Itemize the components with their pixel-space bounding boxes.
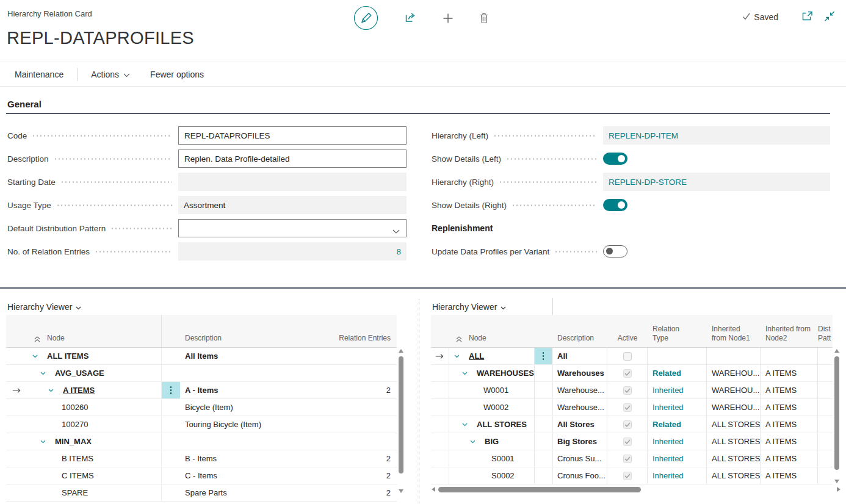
relation-type-cell: Inherited: [648, 467, 707, 484]
left-tree-row[interactable]: 100260Bicycle (Item): [6, 399, 397, 416]
show-details-left-toggle[interactable]: [603, 153, 627, 165]
chevron-down-icon[interactable]: [470, 440, 485, 444]
node-cell[interactable]: 100270: [27, 416, 162, 433]
node-cell[interactable]: C ITEMS: [27, 467, 162, 484]
node-cell[interactable]: S0002: [449, 467, 535, 484]
node-cell[interactable]: MIN_MAX: [27, 433, 162, 450]
chevron-down-icon[interactable]: [40, 372, 55, 375]
scroll-down-arrow[interactable]: [834, 480, 839, 483]
delete-button[interactable]: [479, 12, 489, 26]
menu-actions[interactable]: Actions: [91, 70, 130, 79]
left-tree-row[interactable]: B ITEMSB - Items2: [6, 450, 397, 467]
node-cell[interactable]: WAREHOUSES: [449, 365, 535, 381]
row-menu-button[interactable]: [162, 382, 180, 398]
node-cell[interactable]: ALL ITEMS: [27, 348, 162, 364]
chevron-down-icon[interactable]: [462, 423, 477, 427]
row-menu-button[interactable]: [535, 348, 552, 364]
node-column-header[interactable]: Node: [449, 315, 535, 347]
node-cell[interactable]: W0002: [449, 399, 535, 416]
left-tree-row[interactable]: ALL ITEMSAll Items: [6, 348, 397, 365]
description-column-header[interactable]: Description: [552, 315, 607, 347]
left-hierarchy-viewer-caption[interactable]: Hierarchy Viewer: [7, 302, 81, 312]
node-cell[interactable]: SPARE: [27, 484, 162, 501]
relation-entries-column-header[interactable]: Relation Entries: [333, 315, 397, 347]
fewer-options-button[interactable]: Fewer options: [150, 70, 204, 79]
node-column-header[interactable]: Node: [27, 315, 162, 347]
code-input[interactable]: [178, 126, 407, 145]
default-distribution-pattern-select[interactable]: [178, 219, 407, 237]
left-tree-row[interactable]: AVG_USAGE: [6, 365, 397, 382]
node-cell[interactable]: A ITEMS: [27, 382, 162, 398]
edit-button[interactable]: [353, 5, 378, 32]
active-checkbox[interactable]: [623, 369, 632, 378]
menu-item-maintenance[interactable]: Maintenance: [15, 70, 63, 79]
node-cell[interactable]: ALL STORES: [449, 416, 535, 433]
relation-type-column-header[interactable]: Relation Type: [648, 315, 707, 347]
scroll-up-arrow[interactable]: [399, 349, 403, 353]
left-tree-row[interactable]: MIN_MAX: [6, 433, 397, 450]
node-cell[interactable]: ALL: [449, 348, 535, 364]
scrollbar-thumb[interactable]: [438, 487, 641, 492]
chevron-down-icon[interactable]: [32, 355, 47, 358]
chevron-down-icon[interactable]: [48, 389, 63, 392]
chevron-down-icon[interactable]: [462, 372, 477, 375]
right-horizontal-scrollbar[interactable]: [431, 485, 841, 494]
scroll-up-arrow[interactable]: [834, 349, 839, 353]
right-tree-row[interactable]: ALLAll: [431, 348, 833, 365]
right-hierarchy-viewer-caption[interactable]: Hierarchy Viewer: [432, 302, 506, 312]
active-checkbox[interactable]: [623, 420, 632, 429]
share-button[interactable]: [404, 12, 417, 26]
left-tree-row[interactable]: SPARESpare Parts2: [6, 484, 397, 502]
right-tree-row[interactable]: W0001Warehouse...InheritedWAREHOU...A IT…: [431, 382, 833, 399]
right-tree-row[interactable]: WAREHOUSESWarehousesRelatedWAREHOU...A I…: [431, 365, 833, 382]
node-cell[interactable]: AVG_USAGE: [27, 365, 162, 381]
dist-pattern-column-header[interactable]: Dist Patt: [818, 315, 833, 347]
node-cell[interactable]: S0001: [449, 450, 535, 467]
description-column-header[interactable]: Description: [180, 315, 333, 347]
right-tree-row[interactable]: BIGBig StoresInheritedALL STORESA ITEMS: [431, 433, 833, 450]
node-cell[interactable]: 100260: [27, 399, 162, 416]
expand-all-icon[interactable]: [34, 336, 41, 343]
scroll-down-arrow[interactable]: [399, 489, 403, 493]
dist-pattern-cell: [818, 433, 833, 450]
description-input[interactable]: [178, 149, 407, 168]
node-cell[interactable]: W0001: [449, 382, 535, 398]
new-button[interactable]: [443, 13, 454, 26]
chevron-down-icon[interactable]: [40, 440, 55, 444]
active-column-header[interactable]: Active: [607, 315, 648, 347]
scroll-left-arrow[interactable]: [432, 487, 435, 492]
left-tree-row[interactable]: C ITEMSC - Items2: [6, 467, 397, 484]
hierarchy-left-link-field[interactable]: REPLEN-DP-ITEM: [603, 126, 830, 145]
inherited-from-node2-cell: A ITEMS: [761, 382, 818, 398]
open-in-new-window-button[interactable]: [801, 11, 813, 23]
update-data-profiles-per-variant-toggle[interactable]: [603, 245, 627, 257]
left-vertical-scrollbar[interactable]: [397, 348, 405, 497]
right-tree-row[interactable]: S0001Cronus Su...InheritedALL STORESA IT…: [431, 450, 833, 467]
left-tree-row[interactable]: 100270Touring Bicycle (Item): [6, 416, 397, 433]
scrollbar-thumb[interactable]: [834, 356, 839, 470]
right-tree-row[interactable]: ALL STORESAll StoresRelatedALL STORESA I…: [431, 416, 833, 433]
right-vertical-scrollbar[interactable]: [833, 348, 841, 484]
scroll-right-arrow[interactable]: [837, 487, 841, 492]
show-details-right-toggle[interactable]: [603, 199, 627, 211]
chevron-down-icon[interactable]: [454, 355, 469, 358]
right-tree-row[interactable]: W0002Warehouse...InheritedWAREHOU...A IT…: [431, 399, 833, 416]
hierarchy-right-link-field[interactable]: REPLEN-DP-STORE: [603, 173, 830, 191]
active-checkbox[interactable]: [623, 472, 632, 480]
scrollbar-thumb[interactable]: [399, 356, 403, 473]
expand-all-icon[interactable]: [455, 336, 463, 343]
inherited-from-node1-column-header[interactable]: Inherited from Node1: [707, 315, 761, 347]
active-checkbox[interactable]: [623, 455, 632, 463]
right-tree-row[interactable]: S0002Cronus Foo...InheritedALL STORESA I…: [431, 467, 833, 484]
node-cell[interactable]: B ITEMS: [27, 450, 162, 467]
node-cell[interactable]: BIG: [449, 433, 535, 450]
inherited-from-node2-column-header[interactable]: Inherited from Node2: [761, 315, 818, 347]
left-tree-row[interactable]: A ITEMSA - Items2: [6, 382, 397, 399]
active-checkbox[interactable]: [623, 352, 632, 361]
active-checkbox[interactable]: [623, 386, 632, 395]
general-section-heading[interactable]: General: [7, 99, 42, 109]
active-checkbox[interactable]: [623, 437, 632, 446]
panel-dotted-divider: [419, 299, 419, 504]
collapse-page-button[interactable]: [824, 11, 835, 23]
active-checkbox[interactable]: [623, 403, 632, 412]
